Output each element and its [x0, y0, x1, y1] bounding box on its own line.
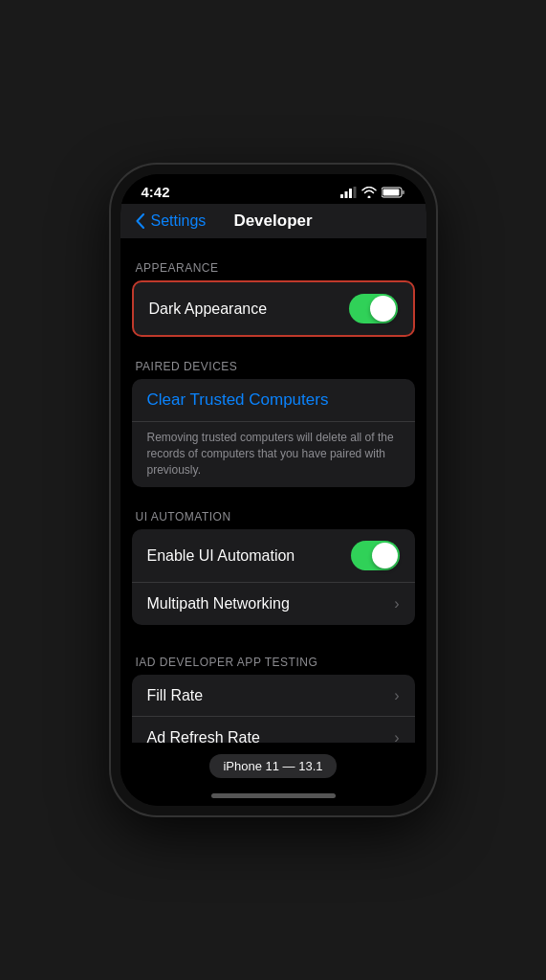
- paired-devices-group: Clear Trusted Computers Removing trusted…: [132, 379, 415, 487]
- clear-trusted-label: Clear Trusted Computers: [147, 390, 329, 410]
- svg-rect-2: [349, 189, 352, 198]
- enable-ui-automation-row[interactable]: Enable UI Automation: [132, 529, 415, 583]
- svg-rect-5: [382, 189, 399, 195]
- phone-frame: 4:42: [111, 165, 436, 815]
- toggle-knob-2: [372, 543, 398, 568]
- enable-ui-automation-label: Enable UI Automation: [147, 547, 295, 565]
- multipath-label: Multipath Networking: [147, 595, 290, 612]
- svg-rect-1: [344, 191, 347, 198]
- svg-rect-3: [353, 187, 356, 198]
- section-header-paired: PAIRED DEVICES: [120, 345, 426, 379]
- fill-rate-chevron-icon: ›: [394, 687, 399, 704]
- ad-refresh-chevron-icon: ›: [394, 729, 399, 743]
- status-bar: 4:42: [120, 174, 426, 204]
- fill-rate-row[interactable]: Fill Rate ›: [132, 675, 415, 717]
- dark-appearance-label: Dark Appearance: [149, 301, 268, 318]
- ad-refresh-rate-label: Ad Refresh Rate: [147, 729, 260, 743]
- nav-bar: Settings Developer: [120, 204, 426, 238]
- battery-icon: [382, 187, 405, 198]
- back-button[interactable]: Settings: [136, 212, 207, 230]
- multipath-row[interactable]: Multipath Networking ›: [132, 583, 415, 625]
- bottom-bar: [120, 790, 426, 806]
- toggle-knob: [370, 296, 396, 322]
- settings-content: APPEARANCE Dark Appearance PAIRED DEVICE…: [120, 238, 426, 743]
- svg-rect-6: [402, 190, 404, 194]
- back-chevron-icon: [136, 213, 145, 229]
- section-header-ui-automation: UI AUTOMATION: [120, 495, 426, 529]
- clear-trusted-row[interactable]: Clear Trusted Computers: [132, 379, 415, 422]
- wifi-icon: [361, 187, 377, 198]
- status-icons: [340, 187, 405, 198]
- ad-refresh-rate-row[interactable]: Ad Refresh Rate ›: [132, 717, 415, 743]
- section-header-appearance: APPEARANCE: [120, 246, 426, 280]
- device-label: iPhone 11 — 13.1: [209, 754, 336, 778]
- paired-devices-desc: Removing trusted computers will delete a…: [132, 422, 415, 487]
- phone-screen: 4:42: [120, 174, 426, 806]
- section-header-iad: IAD DEVELOPER APP TESTING: [120, 640, 426, 675]
- fill-rate-label: Fill Rate: [147, 687, 204, 704]
- device-label-container: iPhone 11 — 13.1: [120, 743, 426, 790]
- back-label: Settings: [151, 212, 207, 230]
- multipath-chevron-icon: ›: [394, 595, 399, 612]
- home-indicator: [211, 793, 336, 798]
- nav-title: Developer: [233, 212, 312, 231]
- iad-group: Fill Rate › Ad Refresh Rate › Highlight …: [132, 675, 415, 743]
- dark-appearance-row[interactable]: Dark Appearance: [134, 282, 413, 335]
- ui-automation-group: Enable UI Automation Multipath Networkin…: [132, 529, 415, 625]
- status-time: 4:42: [142, 184, 170, 200]
- signal-icon: [340, 187, 357, 198]
- appearance-group: Dark Appearance: [132, 280, 415, 337]
- enable-ui-automation-toggle[interactable]: [351, 541, 400, 570]
- dark-appearance-toggle[interactable]: [349, 294, 398, 323]
- svg-rect-0: [340, 194, 343, 198]
